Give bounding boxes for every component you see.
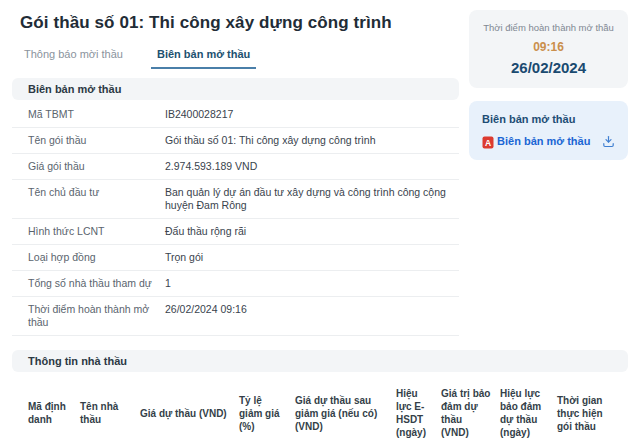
col-header-thoi-gian-thuc-hien: Thời gian thực hiện gói thầu [557, 378, 628, 445]
info-row-ten-chu-dau-tu: Tên chủ đầu tư Ban quản lý dự án đầu tư … [12, 180, 459, 219]
download-icon[interactable] [601, 134, 615, 148]
bid-record-download-card: Biên bản mở thầu A Biên bản mở thầu [469, 101, 628, 160]
tab-bien-ban-mo-thau[interactable]: Biên bản mở thầu [151, 44, 256, 69]
col-header-gia-du-thau: Giá dự thầu (VND) [140, 378, 239, 445]
open-date-value: 26/02/2024 [477, 59, 620, 76]
svg-text:A: A [485, 137, 491, 147]
bid-record-file-link[interactable]: Biên bản mở thầu [497, 135, 590, 147]
info-row-tong-so-nha-thau: Tổng số nhà thầu tham dự 1 [12, 271, 459, 297]
bid-record-info-list: Mã TBMT IB2400028217 Tên gói thầu Gói th… [12, 102, 459, 336]
info-row-gia-goi-thau: Giá gói thầu 2.974.593.189 VND [12, 154, 459, 180]
info-value: Ban quản lý dự án đầu tư xây dựng và côn… [165, 186, 459, 212]
col-header-ty-le-giam-gia: Tỷ lệ giảm giá (%) [239, 378, 295, 445]
info-row-ten-goi-thau: Tên gói thầu Gói thầu số 01: Thi công xâ… [12, 128, 459, 154]
col-header-gia-tri-bao-dam: Giá trị bảo đảm dự thầu (VND) [441, 378, 500, 445]
col-header-hieu-luc-bao-dam: Hiệu lực bảo đảm dự thầu (ngày) [500, 378, 557, 445]
pdf-file-icon: A [482, 135, 494, 148]
table-header-row: Mã định danh Tên nhà thầu Giá dự thầu (V… [12, 378, 628, 445]
col-header-ma-dinh-danh: Mã định danh [12, 378, 80, 445]
right-panel: Thời điểm hoàn thành mở thầu 09:16 26/02… [469, 0, 628, 336]
info-label: Tên gói thầu [28, 134, 165, 147]
info-value: 26/02/2024 09:16 [165, 303, 459, 316]
col-header-gia-sau-giam-gia: Giá dự thầu sau giảm giá (nếu có) (VND) [295, 378, 396, 445]
section-title: Biên bản mở thầu [28, 83, 121, 95]
tab-thong-bao-moi-thau[interactable]: Thông báo mời thầu [22, 44, 125, 69]
info-label: Mã TBMT [28, 108, 165, 121]
page: Gói thầu số 01: Thi công xây dựng công t… [0, 0, 640, 445]
info-row-ma-tbmt: Mã TBMT IB2400028217 [12, 102, 459, 128]
page-title: Gói thầu số 01: Thi công xây dựng công t… [20, 13, 459, 33]
download-card-title: Biên bản mở thầu [482, 113, 615, 125]
open-time-label: Thời điểm hoàn thành mở thầu [477, 22, 620, 33]
info-label: Loại hợp đồng [28, 251, 165, 264]
section-header-bien-ban-mo-thau: Biên bản mở thầu [12, 78, 459, 100]
col-header-hieu-luc-ehsdt: Hiệu lực E-HSDT (ngày) [396, 378, 441, 445]
info-value: 1 [165, 277, 459, 290]
main-column: Gói thầu số 01: Thi công xây dựng công t… [12, 0, 459, 336]
info-value: Trọn gói [165, 251, 459, 264]
open-time-card: Thời điểm hoàn thành mở thầu 09:16 26/02… [469, 10, 628, 88]
info-row-hinh-thuc-lcnt: Hình thức LCNT Đấu thầu rộng rãi [12, 219, 459, 245]
info-row-loai-hop-dong: Loại hợp đồng Trọn gói [12, 245, 459, 271]
info-label: Thời điểm hoàn thành mở thầu [28, 303, 165, 329]
info-label: Tổng số nhà thầu tham dự [28, 277, 165, 290]
info-value: IB2400028217 [165, 108, 459, 121]
download-file-row: A Biên bản mở thầu [482, 134, 615, 148]
info-label: Tên chủ đầu tư [28, 186, 165, 199]
info-label: Hình thức LCNT [28, 225, 165, 238]
info-value: Đấu thầu rộng rãi [165, 225, 459, 238]
open-time-value: 09:16 [477, 40, 620, 54]
contractor-section: Thông tin nhà thầu Mã định danh Tên nhà … [12, 350, 628, 445]
info-label: Giá gói thầu [28, 160, 165, 173]
contractor-table: Mã định danh Tên nhà thầu Giá dự thầu (V… [12, 378, 628, 445]
info-row-thoi-diem-mo-thau: Thời điểm hoàn thành mở thầu 26/02/2024 … [12, 297, 459, 336]
info-value: Gói thầu số 01: Thi công xây dựng công t… [165, 134, 459, 147]
section-header-thong-tin-nha-thau: Thông tin nhà thầu [12, 350, 628, 372]
col-header-ten-nha-thau: Tên nhà thầu [80, 378, 140, 445]
info-value: 2.974.593.189 VND [165, 160, 459, 173]
tab-bar: Thông báo mời thầu Biên bản mở thầu [22, 44, 459, 69]
section-title: Thông tin nhà thầu [28, 355, 127, 367]
